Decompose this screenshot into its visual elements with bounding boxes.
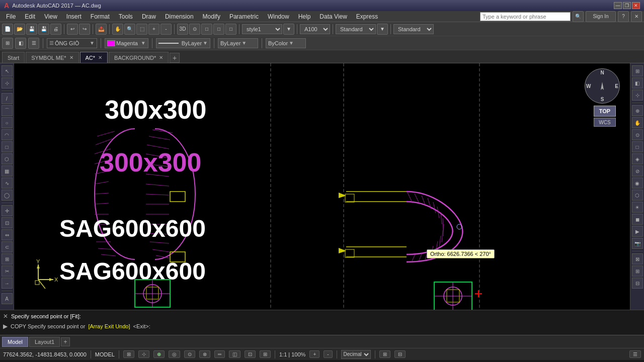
tb-publish[interactable]: 📤 [96, 24, 107, 35]
tab-background[interactable]: BACKGROUND* ✕ [109, 52, 169, 63]
rt-3d[interactable]: ⬡ [632, 190, 643, 201]
tab-start[interactable]: Start [2, 52, 25, 63]
cmd-close-icon[interactable]: ✕ [3, 313, 8, 320]
tab-symbol[interactable]: SYMBOL ME* ✕ [26, 52, 78, 63]
tb-view3[interactable]: □ [225, 24, 236, 35]
lt-move[interactable]: ✛ [2, 205, 13, 216]
lt-select2[interactable]: ⊹ [2, 77, 13, 88]
rt-propbar[interactable]: ⊞ [632, 65, 643, 76]
search-input[interactable] [480, 12, 571, 21]
rt-view3[interactable]: ⊘ [632, 165, 643, 176]
tb-zoom[interactable]: 🔍 [124, 24, 135, 35]
tb-view2[interactable]: □ [213, 24, 224, 35]
tb-save[interactable]: 💾 [26, 24, 37, 35]
status-ws1[interactable]: ⊞ [379, 350, 390, 358]
status-sel-btn[interactable]: ⊞ [260, 350, 271, 358]
rt-xref[interactable]: ⊠ [632, 253, 643, 264]
btab-model[interactable]: Model [2, 337, 28, 347]
menu-edit[interactable]: Edit [21, 12, 39, 21]
tb-new[interactable]: 📄 [2, 24, 13, 35]
menu-format[interactable]: Format [87, 12, 114, 21]
annotation-select[interactable]: A100 [300, 24, 330, 34]
lt-line[interactable]: / [2, 93, 13, 104]
menu-dimension[interactable]: Dimension [161, 12, 198, 21]
status-osnap-btn[interactable]: ⊙ [184, 350, 195, 358]
tb-redo[interactable]: ↪ [79, 24, 90, 35]
tab-add-btn[interactable]: + [170, 53, 180, 63]
tab-background-close[interactable]: ✕ [159, 55, 163, 60]
rt-tool2[interactable]: ⊟ [632, 278, 643, 289]
tab-ac[interactable]: AC* ✕ [80, 52, 108, 63]
restore-btn[interactable]: ❐ [623, 2, 631, 9]
lt-extend[interactable]: → [2, 278, 13, 289]
layer-selector[interactable]: ☰ ÔNG GIÒ ▼ [47, 38, 97, 48]
lineweight-selector[interactable]: ByLayer ▼ [218, 38, 258, 48]
tb-layer2[interactable]: ◧ [15, 38, 26, 49]
menu-window[interactable]: Window [264, 12, 293, 21]
status-ws3[interactable]: ☰ [629, 350, 641, 358]
status-ortho-btn[interactable]: ⊕ [153, 350, 165, 358]
tb-orbit[interactable]: ⊙ [189, 24, 200, 35]
status-trans-btn[interactable]: ◫ [229, 350, 240, 358]
tb-view1[interactable]: □ [201, 24, 212, 35]
menu-draw[interactable]: Draw [138, 12, 160, 21]
wcs-btn[interactable]: WCS [594, 118, 616, 127]
tb-3d[interactable]: 3D [177, 24, 188, 35]
tb-undo[interactable]: ↩ [67, 24, 78, 35]
status-qp-btn[interactable]: ⊡ [245, 350, 256, 358]
rt-camera[interactable]: 📷 [632, 238, 643, 249]
standard-select[interactable]: Standard [336, 24, 376, 34]
lt-spline[interactable]: ∿ [2, 177, 13, 189]
tb-layer3[interactable]: ☰ [28, 38, 39, 49]
canvas-area[interactable]: 300x300 [14, 63, 630, 310]
rt-view2[interactable]: ◈ [632, 153, 643, 164]
tb-saveas[interactable]: 💾 [38, 24, 49, 35]
tb-zoomin[interactable]: + [148, 24, 159, 35]
rt-zoom1[interactable]: ⊕ [632, 105, 643, 116]
rt-view4[interactable]: ◉ [632, 177, 643, 189]
search-btn[interactable]: 🔍 [573, 11, 584, 22]
lt-circle[interactable]: ○ [2, 117, 13, 128]
status-polar-btn[interactable]: ◎ [169, 350, 180, 358]
menu-parametric[interactable]: Parametric [225, 12, 263, 21]
tb-pan[interactable]: ✋ [112, 24, 123, 35]
lt-hatch[interactable]: ▦ [2, 165, 13, 176]
menu-help[interactable]: Help [294, 12, 315, 21]
status-zoomout-btn[interactable]: - [324, 350, 332, 358]
menu-view[interactable]: View [40, 12, 61, 21]
viewcube-top-btn[interactable]: TOP [594, 106, 616, 117]
lt-copy[interactable]: ⊡ [2, 217, 13, 228]
menu-file[interactable]: File [2, 12, 20, 21]
rt-nav[interactable]: ⊹ [632, 89, 643, 101]
lt-offset[interactable]: ⊂ [2, 241, 13, 252]
rt-render[interactable]: ▶ [632, 226, 643, 237]
lt-trim[interactable]: ✂ [2, 265, 13, 277]
lt-rect[interactable]: □ [2, 141, 13, 152]
tb-print[interactable]: 🖨 [50, 24, 61, 35]
status-units-select[interactable]: Decimal [341, 350, 371, 359]
menu-tools[interactable]: Tools [115, 12, 137, 21]
status-grid-btn[interactable]: ⊞ [123, 350, 134, 358]
close-btn[interactable]: ✕ [632, 2, 640, 9]
tab-ac-close[interactable]: ✕ [98, 55, 102, 60]
tb-zoomex[interactable]: ⬚ [136, 24, 147, 35]
close-app-btn[interactable]: ✕ [631, 11, 642, 22]
status-lw-btn[interactable]: ═ [214, 350, 225, 358]
lt-mirror[interactable]: ⇔ [2, 229, 13, 240]
rt-mat[interactable]: ◼ [632, 214, 643, 225]
menu-express[interactable]: Express [352, 12, 382, 21]
tb-std-opt[interactable]: ▼ [377, 24, 388, 35]
tb-style-opt[interactable]: ▼ [283, 24, 294, 35]
minimize-btn[interactable]: — [614, 2, 622, 9]
lt-array[interactable]: ⊞ [2, 253, 13, 264]
rt-pan1[interactable]: ✋ [632, 117, 643, 128]
menu-modify[interactable]: Modify [199, 12, 224, 21]
tb-layer1[interactable]: ⊞ [2, 38, 13, 49]
plotstyle-selector[interactable]: ByColor ▼ [266, 38, 306, 48]
btab-add[interactable]: + [61, 337, 70, 346]
status-zoomin-btn[interactable]: + [309, 350, 319, 358]
rt-tool1[interactable]: ⊞ [632, 265, 643, 277]
lt-ellipse[interactable]: ◯ [2, 190, 13, 201]
status-snap-btn[interactable]: ⊹ [138, 350, 149, 358]
tb-zoomout[interactable]: - [160, 24, 172, 35]
